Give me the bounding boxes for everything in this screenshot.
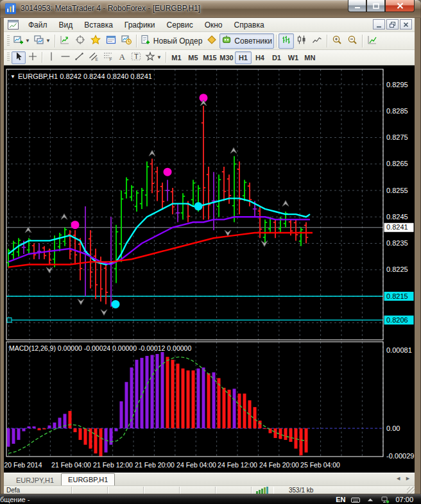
advisors-button[interactable]: Советники — [219, 33, 274, 49]
mdi-restore-button[interactable] — [386, 19, 399, 29]
chart-tabs-row: EURJPY,H1EURGBP,H1◄► — [4, 473, 415, 485]
tester-button[interactable] — [119, 33, 134, 49]
new-chart-button[interactable]: ▼ — [12, 33, 32, 49]
macd-histogram-bar — [125, 382, 128, 428]
chart-canvas[interactable]: ▼EURGBP,H1 0.8242 0.8244 0.8240 0.8241MA… — [4, 65, 415, 473]
horizontal-line-button[interactable] — [58, 51, 73, 64]
chart-tab-EURGBP,H1[interactable]: EURGBP,H1 — [61, 473, 115, 485]
macd-histogram-bar — [22, 428, 26, 432]
zoom-in-button[interactable] — [329, 33, 345, 49]
text-label-button[interactable]: T — [129, 51, 143, 64]
new-order-button[interactable]: Новый Ордер — [139, 33, 204, 49]
price-axis-tick: 0.8265 — [386, 160, 408, 167]
timeframe-H1-button[interactable]: H1 — [235, 51, 252, 64]
menu-Вставка[interactable]: Вставка — [78, 19, 119, 31]
resize-grip[interactable] — [407, 487, 415, 494]
macd-histogram-bar — [156, 354, 159, 428]
toolbar-grip[interactable] — [7, 53, 10, 62]
candlestick-button[interactable] — [294, 33, 309, 49]
down-arrow-icon — [261, 241, 268, 247]
menu-Вид[interactable]: Вид — [53, 19, 79, 31]
time-axis-label: 20 Feb 2014 — [4, 461, 42, 469]
charttools-toolbar: EFAT▼M1M5M15M30H1H4D1W1MN — [4, 50, 415, 65]
mdi-close-button[interactable] — [400, 19, 412, 29]
statusbar-panel — [216, 487, 252, 494]
statusbar-panel — [144, 487, 180, 494]
fibonacci-button[interactable]: F — [101, 51, 115, 64]
timeframe-M1-button[interactable]: M1 — [168, 51, 185, 64]
favorites-button[interactable] — [88, 33, 103, 49]
cursor-button[interactable] — [12, 51, 26, 64]
menu-items: ФайлВидВставкаГрафикиСервисОкноСправка — [22, 19, 270, 31]
macd-histogram-bar — [207, 373, 210, 428]
timeframe-MN-button[interactable]: MN — [302, 51, 318, 64]
statusbar-profile[interactable]: Defa — [4, 487, 72, 494]
time-axis-label: 24 Feb 12:00 — [218, 461, 257, 469]
standard-toolbar: ▼▼Новый ОрдерСоветники — [4, 32, 415, 50]
zoom-out-button[interactable] — [345, 33, 360, 49]
toolbar-grip[interactable] — [7, 35, 10, 47]
minimize-button[interactable] — [348, 0, 366, 12]
bar-chart-button[interactable] — [279, 33, 294, 49]
price-axis-tick: 0.8255 — [386, 187, 408, 194]
tray-expand-icon[interactable] — [366, 496, 375, 503]
language-indicator[interactable]: EN — [336, 496, 345, 503]
pink-signal-dot — [164, 168, 172, 176]
text-button[interactable]: A — [115, 51, 129, 64]
close-button[interactable] — [385, 0, 415, 12]
shapes-button[interactable]: ▼ — [143, 51, 164, 64]
cross-button[interactable] — [26, 51, 40, 64]
shapes-icon — [145, 51, 155, 63]
toolbar-separator — [55, 35, 55, 47]
toolbar-separator — [166, 52, 166, 63]
crosshair-target-button[interactable] — [73, 33, 88, 49]
chevron-down-icon[interactable]: ▼ — [46, 38, 51, 44]
chart-area[interactable]: ▼EURGBP,H1 0.8242 0.8244 0.8240 0.8241MA… — [4, 65, 415, 473]
terminal-button[interactable] — [103, 33, 119, 49]
keyboard-icon[interactable] — [351, 496, 360, 503]
chevron-down-icon[interactable]: ▼ — [157, 55, 162, 60]
titlebar[interactable]: 3014953: MetaTrader 4 - RoboForex - [EUR… — [0, 0, 421, 18]
time-axis-label: 25 Feb 04:00 — [300, 461, 340, 469]
svg-text:E: E — [96, 57, 99, 62]
menu-Файл[interactable]: Файл — [22, 19, 53, 31]
menu-Графики[interactable]: Графики — [119, 19, 161, 31]
chart-tab-EURJPY,H1[interactable]: EURJPY,H1 — [9, 475, 61, 485]
advisors-icon — [221, 35, 232, 47]
taskbar-tray: EN 07:00 — [336, 495, 413, 504]
macd-label: MACD(12,26,9) 0.00000 -0.00024 0.00000 -… — [9, 344, 191, 352]
tick-chart-button[interactable] — [57, 33, 73, 49]
indicators-icon — [367, 35, 377, 47]
time-axis-label: 21 Feb 04:00 — [51, 461, 91, 469]
profiles-button[interactable]: ▼ — [32, 33, 53, 49]
tab-scroll-right-icon[interactable]: ► — [405, 475, 411, 482]
timeframe-D1-button[interactable]: D1 — [268, 51, 285, 64]
macd-histogram-bar — [69, 411, 72, 428]
tab-scroll-left-icon[interactable]: ◄ — [395, 475, 401, 482]
toolbar-separator — [136, 35, 137, 47]
mql-button[interactable] — [204, 33, 219, 49]
chevron-down-icon[interactable]: ▼ — [25, 38, 30, 44]
line-chart-button[interactable] — [309, 33, 325, 49]
macd-histogram-bar — [259, 421, 262, 428]
menu-Сервис[interactable]: Сервис — [161, 19, 199, 31]
toolbar-separator — [327, 35, 327, 47]
taskbar-app-button[interactable]: бщение - — [0, 496, 30, 503]
menu-Справка[interactable]: Справка — [228, 19, 270, 31]
channel-button[interactable]: E — [87, 51, 101, 64]
trendline-button[interactable] — [73, 51, 87, 64]
menu-Окно[interactable]: Окно — [199, 19, 228, 31]
timeframe-M15-button[interactable]: M15 — [202, 51, 218, 64]
timeframe-W1-button[interactable]: W1 — [285, 51, 302, 64]
timeframe-M5-button[interactable]: M5 — [185, 51, 202, 64]
level-selection-handle[interactable] — [7, 318, 12, 323]
maximize-button[interactable] — [366, 0, 385, 12]
mdi-minimize-button[interactable] — [373, 19, 385, 29]
connection-signal-icon — [252, 487, 273, 494]
timeframe-M30-button[interactable]: M30 — [218, 51, 235, 64]
timeframe-H4-button[interactable]: H4 — [252, 51, 268, 64]
indicators-button[interactable] — [365, 33, 380, 49]
taskbar-clock[interactable]: 07:00 — [395, 496, 413, 503]
vertical-line-button[interactable] — [44, 51, 58, 64]
network-icon[interactable] — [381, 496, 390, 503]
